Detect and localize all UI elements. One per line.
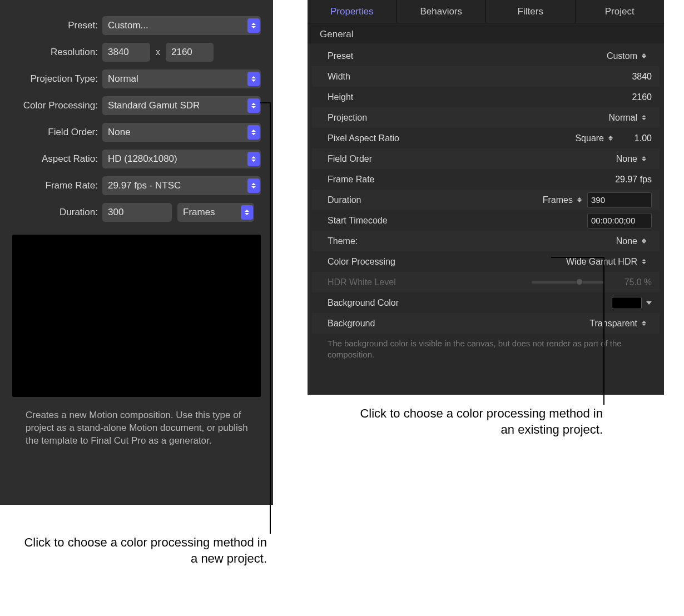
frame-rate-value: 29.97 fps - NTSC — [108, 180, 181, 191]
color-processing-select[interactable]: Standard Gamut SDR — [102, 96, 261, 115]
duration-label: Duration: — [12, 207, 102, 218]
resolution-separator: x — [156, 47, 160, 57]
insp-fieldorder-select[interactable]: None — [616, 154, 652, 164]
insp-duration-label: Duration — [328, 195, 543, 205]
chevron-updown-icon — [642, 321, 646, 326]
insp-par-value[interactable]: 1.00 — [618, 133, 652, 143]
chevron-down-icon[interactable] — [646, 301, 652, 305]
chevron-updown-icon — [642, 156, 646, 161]
preset-value: Custom... — [108, 20, 148, 31]
insp-par-select[interactable]: Square — [575, 133, 618, 143]
project-description: Creates a new Motion composition. Use th… — [12, 409, 261, 448]
field-order-select[interactable]: None — [102, 123, 261, 142]
chevron-updown-icon — [642, 115, 646, 120]
chevron-updown-icon — [241, 205, 253, 220]
callout-right: Click to choose a color processing metho… — [358, 406, 603, 438]
insp-bgcolor-label: Background Color — [328, 298, 612, 308]
tab-project[interactable]: Project — [576, 0, 665, 23]
insp-fieldorder-label: Field Order — [328, 154, 616, 164]
aspect-ratio-value: HD (1280x1080) — [108, 153, 177, 165]
duration-input[interactable] — [102, 203, 172, 222]
insp-starttc-label: Start Timecode — [328, 216, 587, 226]
insp-colorproc-select[interactable]: Wide Gamut HDR — [566, 257, 652, 267]
insp-height-value[interactable]: 2160 — [585, 92, 652, 102]
insp-hdr-label: HDR White Level — [328, 277, 532, 287]
leader-line — [603, 257, 604, 405]
insp-colorproc-label: Color Processing — [328, 257, 566, 267]
insp-bg-select[interactable]: Transparent — [589, 319, 652, 329]
insp-bg-label: Background — [328, 319, 589, 329]
insp-starttc-input[interactable] — [587, 213, 652, 228]
projection-type-select[interactable]: Normal — [102, 69, 261, 88]
color-processing-label: Color Processing: — [12, 100, 102, 111]
aspect-ratio-label: Aspect Ratio: — [12, 153, 102, 165]
chevron-updown-icon — [642, 53, 646, 58]
insp-bgcolor-swatch[interactable] — [612, 297, 642, 309]
leader-line — [551, 257, 603, 258]
aspect-ratio-select[interactable]: HD (1280x1080) — [102, 150, 261, 168]
insp-theme-select[interactable]: None — [616, 236, 652, 246]
insp-width-value[interactable]: 3840 — [585, 72, 652, 82]
insp-theme-label: Theme: — [328, 236, 616, 246]
duration-unit-value: Frames — [183, 207, 215, 218]
tab-behaviors[interactable]: Behaviors — [397, 0, 487, 23]
section-general[interactable]: General — [308, 23, 664, 43]
insp-projection-label: Projection — [328, 113, 608, 123]
insp-framerate-label: Frame Rate — [328, 175, 585, 185]
insp-preset-select[interactable]: Custom — [607, 51, 652, 61]
frame-rate-label: Frame Rate: — [12, 180, 102, 191]
resolution-width-input[interactable] — [102, 43, 150, 62]
projection-type-label: Projection Type: — [12, 73, 102, 85]
chevron-updown-icon — [577, 197, 582, 202]
insp-par-label: Pixel Aspect Ratio — [328, 133, 575, 143]
chevron-updown-icon — [247, 152, 260, 166]
insp-hdr-slider — [532, 281, 604, 284]
inspector-body: Preset Custom Width 3840 Height 2160 Pro… — [308, 43, 664, 370]
inspector-tabbar: Properties Behaviors Filters Project — [308, 0, 664, 23]
insp-framerate-value[interactable]: 29.97 fps — [585, 175, 652, 185]
color-processing-value: Standard Gamut SDR — [108, 100, 200, 111]
chevron-updown-icon — [642, 239, 646, 244]
insp-preset-label: Preset — [328, 51, 607, 61]
duration-unit-select[interactable]: Frames — [177, 203, 254, 222]
tab-properties[interactable]: Properties — [308, 0, 397, 23]
chevron-updown-icon — [247, 178, 260, 193]
new-project-panel: Preset: Custom... Resolution: x Projecti… — [0, 0, 273, 505]
leader-line — [270, 102, 271, 534]
leader-line — [260, 102, 270, 103]
preset-select[interactable]: Custom... — [102, 16, 261, 35]
insp-duration-input[interactable] — [587, 192, 652, 208]
insp-width-label: Width — [328, 72, 585, 82]
insp-hdr-unit: % — [644, 277, 652, 287]
chevron-updown-icon — [642, 259, 646, 264]
callout-left: Click to choose a color processing metho… — [22, 535, 267, 567]
chevron-updown-icon — [247, 72, 260, 86]
tab-filters[interactable]: Filters — [486, 0, 576, 23]
preview-area — [12, 235, 261, 397]
insp-height-label: Height — [328, 92, 585, 102]
preset-label: Preset: — [12, 20, 102, 31]
chevron-updown-icon — [247, 125, 260, 140]
insp-projection-select[interactable]: Normal — [608, 113, 652, 123]
resolution-label: Resolution: — [12, 47, 102, 58]
field-order-value: None — [108, 127, 131, 138]
chevron-updown-icon — [247, 98, 260, 113]
chevron-updown-icon — [247, 18, 260, 33]
projection-type-value: Normal — [108, 73, 138, 85]
field-order-label: Field Order: — [12, 127, 102, 138]
insp-hdr-value: 75.0 — [608, 277, 642, 287]
inspector-panel: Properties Behaviors Filters Project Gen… — [308, 0, 664, 395]
insp-duration-unit-select[interactable]: Frames — [543, 195, 587, 205]
resolution-height-input[interactable] — [166, 43, 214, 62]
frame-rate-select[interactable]: 29.97 fps - NTSC — [102, 176, 261, 195]
chevron-updown-icon — [608, 136, 613, 141]
inspector-note: The background color is visible in the c… — [312, 334, 660, 370]
